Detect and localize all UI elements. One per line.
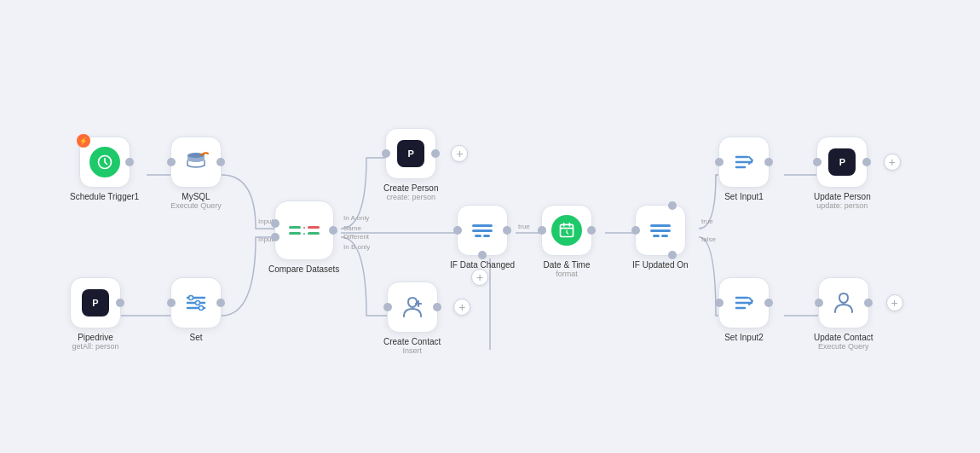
if-data-output-bottom-dot: [478, 251, 487, 259]
update-person-label: Update Person: [814, 192, 871, 201]
update-person-input-dot: [813, 158, 821, 166]
if-updated-input-dot: [631, 226, 640, 235]
compare-input-a-dot: [271, 219, 280, 228]
compare-output-dot: [329, 226, 337, 235]
label-in-b-only: In B only: [343, 243, 370, 251]
node-set[interactable]: Set: [170, 277, 222, 342]
update-person-sublabel: update: person: [816, 201, 868, 210]
update-contact-sublabel: Execute Query: [818, 342, 869, 351]
if-data-output-top-dot: [503, 226, 511, 235]
node-schedule-trigger[interactable]: ⚡ Schedule Trigger1: [70, 136, 139, 201]
set-icon: [184, 291, 208, 315]
set-input1-label: Set Input1: [724, 192, 764, 201]
update-person-output-dot: [862, 158, 871, 166]
workflow-canvas: Input A Input B In A only Same Different…: [0, 0, 980, 453]
set-input2-input-dot: [715, 299, 723, 307]
node-if-data-changed[interactable]: IF Data Changed +: [450, 205, 515, 270]
pipedrive-output-dot: [116, 299, 124, 307]
label-true-1: true: [518, 223, 530, 230]
pipedrive-icon: P: [82, 289, 109, 317]
compare-input-b-dot: [271, 233, 280, 241]
node-set-input1[interactable]: Set Input1: [718, 136, 770, 201]
create-contact-label: Create Contact: [383, 337, 441, 346]
set-output-dot: [216, 299, 225, 307]
update-contact-output-dot: [864, 299, 873, 307]
pipedrive-sublabel: getAll: person: [72, 342, 118, 351]
label-false-2: false: [701, 235, 716, 243]
node-create-person[interactable]: P Create Person create: person +: [383, 128, 438, 201]
label-different: Different: [343, 233, 370, 241]
mysql-output-dot: [216, 158, 225, 166]
set-input2-output-dot: [764, 299, 773, 307]
create-person-label: Create Person: [383, 183, 438, 193]
create-person-icon: P: [397, 140, 424, 167]
if-data-icon: [472, 224, 493, 237]
datetime-label: Date & Time: [543, 260, 590, 270]
set-input1-input-dot: [715, 158, 723, 166]
label-same: Same: [343, 224, 361, 232]
svg-point-10: [196, 301, 200, 305]
node-date-time[interactable]: Date & Time format: [541, 205, 592, 278]
node-mysql[interactable]: MySQL Execute Query: [170, 136, 222, 210]
create-contact-input-dot: [383, 303, 392, 311]
set-input-dot: [167, 299, 176, 307]
node-if-updated-on[interactable]: IF Updated On: [632, 205, 689, 270]
create-contact-icon: [400, 294, 425, 320]
node-compare-datasets[interactable]: Compare Datasets: [268, 200, 339, 274]
datetime-input-dot: [538, 226, 546, 235]
update-contact-icon: [831, 290, 856, 316]
svg-point-11: [199, 306, 204, 311]
mysql-input-dot: [167, 158, 176, 166]
compare-icon: [289, 226, 320, 235]
mysql-label: MySQL: [182, 192, 210, 201]
create-contact-plus-btn[interactable]: +: [453, 299, 470, 316]
if-data-plus-btn[interactable]: +: [471, 269, 488, 286]
set-input1-icon: [732, 150, 756, 174]
update-contact-plus-btn[interactable]: +: [886, 294, 903, 311]
node-update-contact[interactable]: Update Contact Execute Query +: [814, 277, 873, 351]
create-person-output-dot: [431, 149, 440, 158]
set-input2-label: Set Input2: [724, 333, 764, 342]
node-pipedrive[interactable]: P Pipedrive getAll: person: [70, 277, 121, 351]
create-contact-sublabel: Insert: [402, 346, 422, 355]
create-contact-output-dot: [433, 303, 441, 311]
update-contact-label: Update Contact: [814, 333, 873, 342]
datetime-icon: [551, 215, 582, 246]
label-in-a-only: In A only: [343, 214, 369, 222]
create-person-plus-btn[interactable]: +: [451, 145, 468, 162]
set-input2-icon: [732, 291, 756, 315]
update-contact-input-dot: [815, 299, 823, 307]
update-person-plus-btn[interactable]: +: [884, 154, 901, 171]
if-updated-label: IF Updated On: [632, 260, 689, 270]
set-input1-output-dot: [764, 158, 773, 166]
schedule-label: Schedule Trigger1: [70, 192, 139, 201]
node-set-input2[interactable]: Set Input2: [718, 277, 770, 342]
pipedrive-label: Pipedrive: [78, 333, 113, 342]
mysql-sublabel: Execute Query: [170, 201, 222, 210]
svg-point-9: [189, 296, 193, 300]
datetime-output-dot: [587, 226, 596, 235]
if-updated-output-top-dot: [668, 201, 677, 210]
if-updated-icon: [650, 224, 671, 237]
node-create-contact[interactable]: Create Contact Insert +: [383, 282, 441, 355]
create-person-sublabel: create: person: [386, 193, 435, 201]
if-data-input-dot: [453, 226, 462, 235]
lightning-icon: ⚡: [77, 134, 90, 148]
create-person-input-dot: [382, 149, 390, 158]
node-update-person[interactable]: P Update Person update: person +: [814, 136, 871, 210]
update-person-icon: P: [828, 148, 856, 176]
if-data-label: IF Data Changed: [450, 260, 515, 270]
compare-label: Compare Datasets: [268, 264, 339, 274]
mysql-icon: [182, 148, 210, 176]
label-true-2: true: [701, 218, 713, 225]
schedule-icon: [89, 147, 120, 177]
if-updated-output-bottom-dot: [668, 251, 677, 259]
schedule-output-dot: [125, 158, 134, 166]
set-label: Set: [189, 333, 202, 342]
datetime-sublabel: format: [556, 270, 578, 278]
